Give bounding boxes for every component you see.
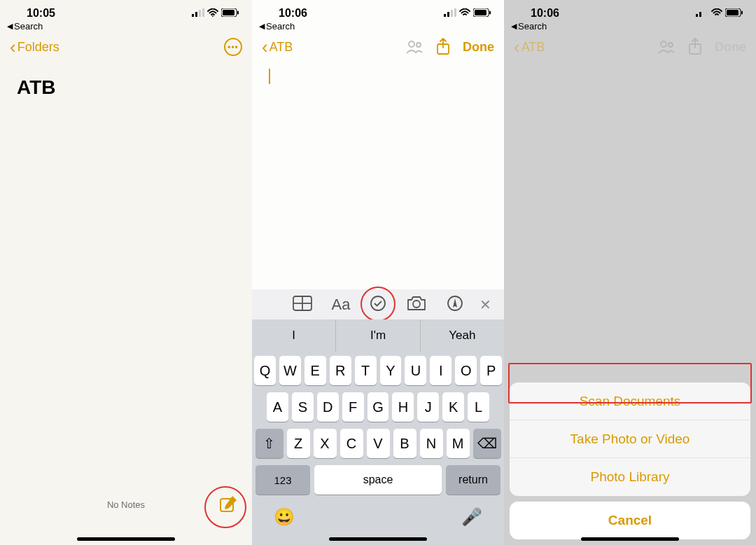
action-sheet: Scan Documents Take Photo or Video Photo…: [510, 382, 750, 539]
suggestion-bar: I I'm Yeah: [252, 319, 504, 352]
home-indicator[interactable]: [77, 537, 175, 541]
status-time: 10:05: [27, 7, 55, 20]
key-l[interactable]: L: [468, 392, 489, 422]
take-photo-button[interactable]: Take Photo or Video: [510, 420, 750, 458]
cancel-button[interactable]: Cancel: [510, 502, 750, 539]
compose-button[interactable]: [218, 495, 238, 517]
svg-rect-30: [741, 11, 743, 15]
space-key[interactable]: space: [314, 465, 442, 495]
key-w[interactable]: W: [279, 356, 301, 385]
back-button[interactable]: ‹ ATB: [262, 36, 293, 58]
key-j[interactable]: J: [417, 392, 439, 422]
table-button[interactable]: [293, 296, 312, 314]
key-h[interactable]: H: [392, 392, 414, 422]
key-i[interactable]: I: [430, 356, 451, 385]
share-icon: [436, 38, 450, 56]
suggestion-3[interactable]: Yeah: [421, 319, 504, 352]
key-y[interactable]: Y: [380, 356, 402, 385]
home-indicator[interactable]: [581, 537, 679, 541]
svg-point-32: [668, 43, 673, 47]
key-s[interactable]: S: [292, 392, 314, 422]
shift-key[interactable]: ⇧: [255, 429, 284, 458]
key-g[interactable]: G: [368, 392, 389, 422]
highlight-scan: [508, 363, 752, 403]
cellular-icon: [696, 7, 708, 20]
markup-button[interactable]: [447, 295, 463, 315]
key-p[interactable]: P: [480, 356, 502, 385]
key-row-1: Q W E R T Y U I O P: [254, 356, 502, 385]
chevron-left-icon: ‹: [514, 36, 520, 58]
people-icon: [657, 39, 676, 55]
collaborate-button[interactable]: [405, 39, 424, 55]
key-b[interactable]: B: [393, 429, 416, 458]
back-triangle-icon: ◀: [511, 22, 517, 31]
breadcrumb-search[interactable]: ◀ Search: [0, 20, 252, 32]
svg-rect-5: [223, 10, 234, 15]
key-t[interactable]: T: [355, 356, 377, 385]
key-c[interactable]: C: [340, 429, 363, 458]
svg-rect-8: [444, 14, 446, 17]
svg-rect-14: [489, 11, 491, 15]
done-button[interactable]: Done: [463, 40, 494, 55]
key-f[interactable]: F: [342, 392, 364, 422]
key-row-3: ⇧ Z X C V B N M ⌫: [254, 429, 502, 458]
svg-rect-24: [696, 14, 698, 17]
breadcrumb-label: Search: [518, 21, 547, 32]
svg-point-15: [409, 41, 414, 47]
key-m[interactable]: M: [447, 429, 470, 458]
status-bar: 10:06: [504, 0, 756, 20]
suggestion-1[interactable]: I: [252, 319, 336, 352]
status-time: 10:06: [279, 7, 307, 20]
key-x[interactable]: X: [314, 429, 337, 458]
key-e[interactable]: E: [304, 356, 326, 385]
home-indicator[interactable]: [329, 537, 427, 541]
numbers-key[interactable]: 123: [255, 465, 310, 495]
svg-rect-3: [202, 8, 204, 17]
svg-rect-2: [199, 10, 201, 17]
svg-rect-0: [192, 14, 194, 17]
status-icons: [192, 7, 239, 20]
key-o[interactable]: O: [455, 356, 477, 385]
key-v[interactable]: V: [367, 429, 390, 458]
return-key[interactable]: return: [446, 465, 500, 495]
key-q[interactable]: Q: [254, 356, 276, 385]
status-icons: [696, 7, 743, 20]
highlight-camera: [360, 287, 396, 322]
note-title[interactable]: ATB: [0, 62, 252, 99]
battery-icon: [725, 7, 743, 20]
camera-button[interactable]: [406, 295, 427, 315]
text-format-button[interactable]: Aa: [332, 296, 351, 314]
wifi-icon: [459, 7, 470, 20]
suggestion-2[interactable]: I'm: [336, 319, 420, 352]
key-d[interactable]: D: [317, 392, 339, 422]
backspace-key[interactable]: ⌫: [473, 429, 501, 458]
pen-circle-icon: [447, 295, 463, 312]
share-icon: [688, 38, 702, 56]
breadcrumb-label: Search: [266, 21, 295, 32]
key-a[interactable]: A: [267, 392, 288, 422]
status-bar: 10:05: [0, 0, 252, 20]
dictation-button[interactable]: 🎤: [461, 507, 482, 527]
photo-library-button[interactable]: Photo Library: [510, 458, 750, 496]
breadcrumb-search: ◀ Search: [504, 20, 756, 32]
screen-editor-keyboard: 10:06 ◀ Search ‹ ATB Done Aa: [252, 0, 504, 545]
key-z[interactable]: Z: [287, 429, 310, 458]
done-button: Done: [715, 40, 746, 55]
battery-icon: [473, 7, 491, 20]
key-k[interactable]: K: [442, 392, 464, 422]
svg-rect-25: [699, 12, 701, 17]
dismiss-toolbar-button[interactable]: ✕: [479, 296, 491, 313]
key-row-4: 123 space return: [254, 465, 502, 495]
back-button: ‹ ATB: [514, 36, 545, 58]
chevron-left-icon: ‹: [262, 36, 268, 58]
share-button[interactable]: [436, 38, 450, 56]
emoji-button[interactable]: 😀: [274, 507, 295, 527]
breadcrumb-search[interactable]: ◀ Search: [252, 20, 504, 32]
key-r[interactable]: R: [330, 356, 351, 385]
key-u[interactable]: U: [405, 356, 426, 385]
table-icon: [293, 296, 312, 311]
key-n[interactable]: N: [420, 429, 443, 458]
wifi-icon: [207, 7, 218, 20]
more-button[interactable]: •••: [224, 38, 242, 56]
back-button[interactable]: ‹ Folders: [10, 36, 59, 58]
